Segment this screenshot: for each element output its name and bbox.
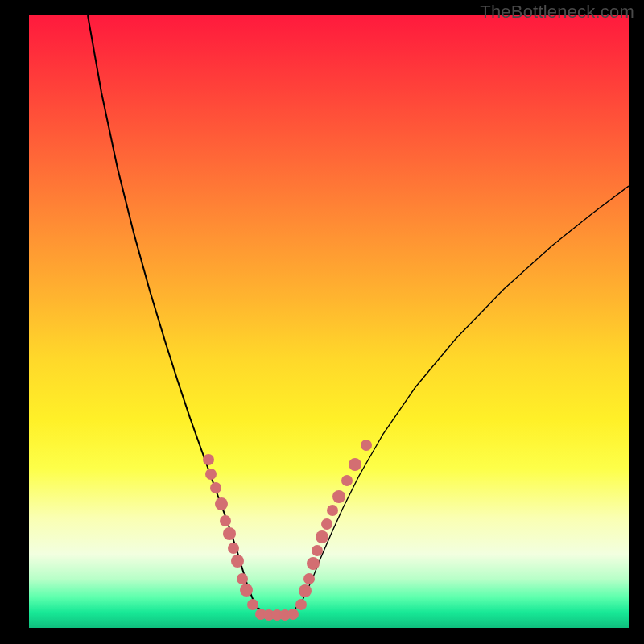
data-point-dot — [332, 490, 345, 503]
right-curve-dots — [295, 440, 372, 610]
data-point-dot — [287, 609, 299, 620]
data-point-dot — [203, 454, 214, 465]
right-curve-line — [291, 186, 629, 614]
data-point-dot — [240, 584, 253, 597]
left-curve-dots — [203, 454, 258, 610]
chart-svg — [29, 15, 629, 628]
data-point-dot — [210, 482, 221, 493]
data-point-dot — [312, 545, 323, 556]
data-point-dot — [321, 518, 332, 530]
data-point-dot — [215, 497, 228, 510]
data-point-dot — [205, 469, 217, 480]
flat-bottom-dots — [255, 609, 299, 621]
chart-frame: TheBottleneck.com — [0, 0, 644, 644]
data-point-dot — [303, 573, 315, 584]
data-point-dot — [299, 584, 312, 597]
data-point-dot — [247, 599, 258, 610]
data-point-dot — [349, 458, 361, 471]
data-point-dot — [220, 515, 231, 526]
data-point-dot — [327, 505, 338, 516]
plot-area — [29, 15, 629, 628]
data-point-dot — [341, 475, 353, 486]
data-point-dot — [316, 530, 328, 543]
data-point-dot — [228, 543, 239, 554]
data-point-dot — [361, 440, 372, 451]
left-curve-line — [88, 15, 270, 615]
watermark-text: TheBottleneck.com — [480, 2, 634, 23]
data-point-dot — [223, 527, 236, 540]
data-point-dot — [231, 555, 244, 568]
data-point-dot — [237, 573, 248, 584]
data-point-dot — [307, 557, 320, 570]
data-point-dot — [295, 599, 307, 610]
